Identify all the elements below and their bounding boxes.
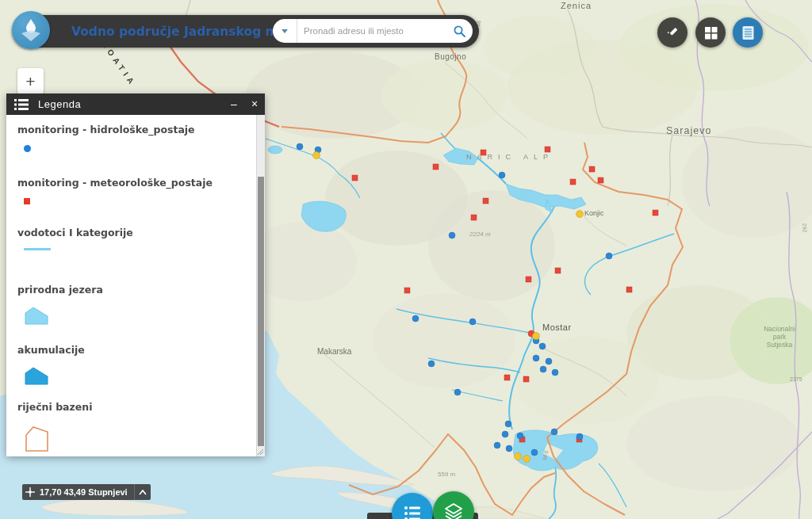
legend-body: monitoring - hidrološke_postaje monitori… — [6, 115, 265, 456]
legend-item-vodotoci-label: vodotoci I kategorije — [17, 227, 133, 239]
draw-tool-button[interactable] — [657, 17, 688, 48]
legend-title: Legenda — [38, 98, 81, 110]
legend-list-icon — [14, 99, 29, 110]
legend-header[interactable]: Legenda – × — [6, 93, 265, 115]
pencil-icon — [665, 25, 680, 40]
search-box — [273, 19, 473, 43]
chevron-up-icon — [139, 490, 147, 495]
header-bar: Vodno područje Jadranskog mora — [13, 15, 479, 48]
coordinate-widget: 17,70 43,49 Stupnjevi — [22, 484, 151, 500]
legend-swatch-bazeni — [24, 424, 51, 456]
zoom-in-button[interactable]: + — [17, 68, 44, 94]
apps-grid-icon — [704, 26, 718, 40]
coordinate-expand-button[interactable] — [134, 484, 151, 500]
coordinate-readout: 17,70 43,49 Stupnjevi — [38, 487, 134, 497]
legend-scrollbar[interactable] — [256, 115, 265, 456]
layer-list-button[interactable] — [733, 17, 763, 48]
coordinate-capture-button[interactable] — [22, 484, 38, 500]
layers-icon — [444, 502, 463, 519]
water-drop-icon — [19, 17, 43, 43]
bullet-list-icon — [404, 506, 421, 519]
plus-icon: + — [25, 72, 35, 91]
legend-item-jezera-label: prirodna jezera — [17, 284, 103, 296]
terrain-shading — [246, 4, 812, 491]
legend-swatch-akumulacije — [24, 364, 51, 387]
search-icon — [453, 25, 466, 38]
legend-swatch-hydro — [24, 145, 31, 152]
legend-resize-handle[interactable] — [256, 448, 264, 456]
legend-item-akumulacije-label: akumulacije — [17, 344, 85, 356]
crosshair-icon — [25, 487, 35, 497]
search-input[interactable] — [297, 26, 446, 36]
app-title: Vodno područje Jadranskog mora — [71, 15, 301, 48]
legend-item-bazeni-label: riječni bazeni — [17, 401, 92, 413]
layer-list-icon — [741, 25, 755, 40]
legend-swatch-jezera — [24, 303, 51, 327]
app-logo — [12, 11, 50, 49]
legend-swatch-meteo — [24, 198, 30, 204]
legend-panel: Legenda – × monitoring - hidrološke_post… — [6, 93, 265, 456]
search-button[interactable] — [446, 19, 473, 43]
legend-item-hydro-label: monitoring - hidrološke_postaje — [17, 124, 195, 135]
app-window: Zenica Bugojno Sarajevo Konjic Mostar Ma… — [0, 0, 812, 519]
legend-swatch-vodotoci — [24, 248, 51, 250]
chevron-down-icon — [282, 29, 288, 33]
apps-button[interactable] — [695, 17, 726, 48]
legend-item-meteo-label: monitoring - meteorološke_postaje — [17, 177, 213, 189]
legend-close-button[interactable]: × — [244, 93, 265, 115]
legend-scrollbar-thumb[interactable] — [258, 177, 264, 446]
search-source-dropdown[interactable] — [273, 19, 297, 43]
legend-minimize-button[interactable]: – — [224, 93, 244, 115]
